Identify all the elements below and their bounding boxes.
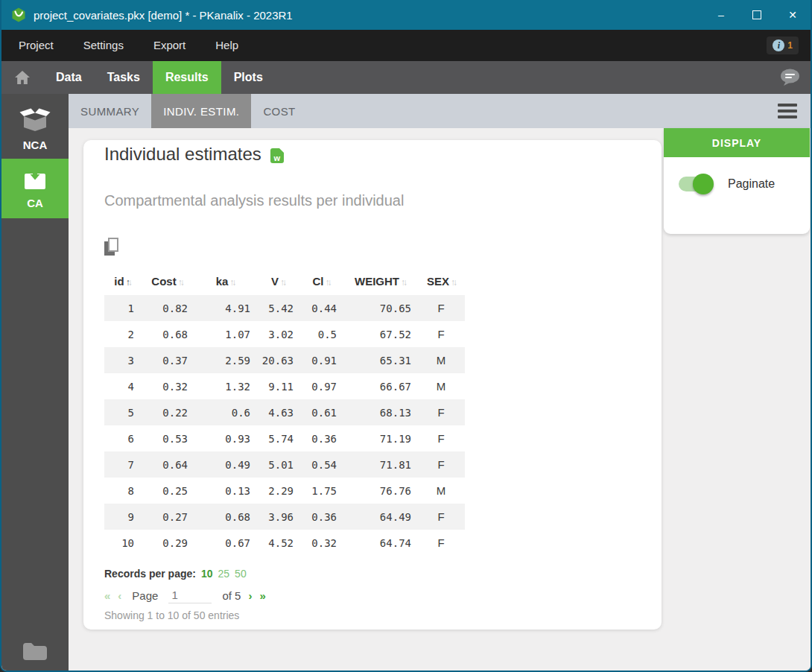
sidebar-item-label: NCA — [23, 139, 48, 151]
window-title: project_covariates.pkx [demo] * - PKanal… — [34, 9, 293, 22]
next-page-button[interactable]: › — [248, 589, 252, 602]
table-header-row: id↑↓Cost↑↓ka↑↓V↑↓Cl↑↓WEIGHT↑↓SEX↑↓ — [104, 267, 465, 295]
cell-sex: F — [417, 451, 465, 478]
cell-v: 9.11 — [256, 373, 299, 399]
copy-table-button[interactable] — [104, 238, 121, 256]
sort-arrows-icon: ↑↓ — [280, 277, 285, 288]
page-count-label: of 5 — [222, 589, 241, 602]
table-row: 70.640.495.010.5471.81F — [104, 451, 465, 478]
table-row: 80.250.132.291.7576.76M — [104, 478, 465, 504]
prev-page-button[interactable]: ‹ — [118, 589, 121, 602]
cell-sex: F — [417, 530, 465, 556]
toggle-knob-icon — [693, 174, 714, 194]
cell-sex: M — [417, 478, 465, 504]
column-header-ka[interactable]: ka↑↓ — [194, 267, 256, 295]
column-header-sex[interactable]: SEX↑↓ — [417, 267, 465, 295]
column-header-id[interactable]: id↑↓ — [104, 267, 140, 295]
cell-cl: 0.36 — [299, 504, 343, 530]
cell-weight: 65.31 — [343, 347, 417, 373]
menu-item-project[interactable]: Project — [4, 30, 69, 61]
cell-ka: 1.32 — [194, 373, 256, 399]
minimize-button[interactable]: – — [703, 0, 739, 30]
cell-cl: 0.32 — [299, 530, 343, 556]
cell-cost: 0.82 — [140, 295, 194, 321]
paginate-toggle[interactable] — [679, 177, 711, 191]
home-button[interactable] — [1, 61, 43, 94]
column-header-weight[interactable]: WEIGHT↑↓ — [343, 267, 417, 295]
pagination-controls: « ‹ Page of 5 › » — [104, 587, 641, 603]
subtab-indiv-estim[interactable]: INDIV. ESTIM. — [151, 94, 251, 128]
cell-cl: 0.97 — [299, 373, 343, 399]
cell-v: 20.63 — [256, 347, 299, 373]
cell-v: 4.63 — [256, 399, 299, 425]
section-subtitle: Compartmental analysis results per indiv… — [104, 192, 641, 209]
subtab-cost[interactable]: COST — [251, 94, 307, 128]
cell-weight: 68.13 — [343, 399, 417, 425]
cell-cl: 0.91 — [299, 347, 343, 373]
cell-v: 5.74 — [256, 425, 299, 451]
cell-id: 2 — [104, 321, 140, 347]
records-option-25[interactable]: 25 — [218, 568, 230, 580]
sidebar-item-nca[interactable]: NCA — [1, 99, 69, 159]
sort-arrows-icon: ↑↓ — [326, 277, 330, 288]
menu-item-export[interactable]: Export — [139, 30, 200, 61]
cell-cost: 0.25 — [140, 478, 194, 504]
page-title: Individual estimates — [104, 144, 261, 165]
project-folder-button[interactable] — [1, 641, 69, 662]
home-icon — [14, 70, 31, 85]
cell-id: 4 — [104, 373, 140, 399]
cell-id: 1 — [104, 295, 140, 321]
tab-tasks[interactable]: Tasks — [95, 61, 153, 94]
close-button[interactable]: ✕ — [775, 0, 811, 30]
export-word-icon[interactable]: w — [270, 148, 284, 163]
feedback-button[interactable] — [780, 69, 800, 86]
cell-sex: F — [417, 504, 465, 530]
subtab-summary[interactable]: SUMMARY — [69, 94, 151, 128]
cell-cost: 0.32 — [140, 373, 194, 399]
cell-cl: 0.5 — [299, 321, 343, 347]
cell-v: 3.96 — [256, 504, 299, 530]
cell-sex: F — [417, 321, 465, 347]
records-option-50[interactable]: 50 — [235, 568, 247, 580]
last-page-button[interactable]: » — [259, 589, 265, 602]
cell-ka: 0.68 — [194, 504, 256, 530]
page-label: Page — [132, 589, 158, 602]
menu-item-settings[interactable]: Settings — [69, 30, 139, 61]
cell-id: 3 — [104, 347, 140, 373]
maximize-button[interactable] — [739, 0, 775, 30]
cell-weight: 64.74 — [343, 530, 417, 556]
cell-ka: 0.6 — [194, 399, 256, 425]
records-option-10[interactable]: 10 — [201, 568, 213, 580]
cell-cl: 0.36 — [299, 425, 343, 451]
cell-weight: 67.52 — [343, 321, 417, 347]
sidebar-item-ca[interactable]: CA — [1, 159, 69, 218]
cell-ka: 2.59 — [194, 347, 256, 373]
individual-estimates-table: id↑↓Cost↑↓ka↑↓V↑↓Cl↑↓WEIGHT↑↓SEX↑↓ 10.82… — [104, 267, 465, 556]
column-header-v[interactable]: V↑↓ — [256, 267, 299, 295]
tab-data[interactable]: Data — [43, 61, 95, 94]
cell-weight: 70.65 — [343, 295, 417, 321]
cell-cl: 1.75 — [299, 478, 343, 504]
sort-arrows-icon: ↑↓ — [401, 277, 405, 288]
info-icon: i — [773, 39, 784, 51]
column-header-cl[interactable]: Cl↑↓ — [299, 267, 343, 295]
table-row: 90.270.683.960.3664.49F — [104, 504, 465, 530]
menu-toggle-button[interactable] — [778, 104, 797, 118]
tab-results[interactable]: Results — [153, 61, 221, 94]
notification-badge[interactable]: i 1 — [767, 37, 799, 54]
table-row: 30.372.5920.630.9165.31M — [104, 347, 465, 373]
tab-plots[interactable]: Plots — [221, 61, 276, 94]
column-header-cost[interactable]: Cost↑↓ — [140, 267, 194, 295]
first-page-button[interactable]: « — [104, 589, 110, 602]
cell-cl: 0.54 — [299, 451, 343, 478]
speech-bubble-icon — [780, 69, 800, 86]
cell-id: 8 — [104, 478, 140, 504]
cell-sex: F — [417, 399, 465, 425]
app-window: project_covariates.pkx [demo] * - PKanal… — [0, 0, 812, 672]
cell-ka: 0.49 — [194, 451, 256, 478]
page-number-input[interactable] — [168, 587, 212, 603]
sort-arrows-icon: ↑↓ — [451, 277, 455, 288]
cell-cost: 0.68 — [140, 321, 194, 347]
title-bar: project_covariates.pkx [demo] * - PKanal… — [1, 0, 811, 30]
menu-item-help[interactable]: Help — [200, 30, 253, 61]
